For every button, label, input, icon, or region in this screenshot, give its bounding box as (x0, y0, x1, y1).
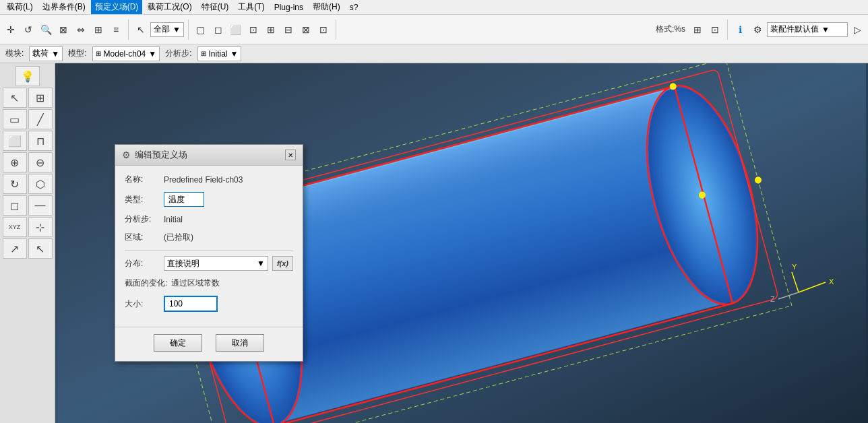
cube6-icon[interactable]: ⊟ (280, 22, 297, 38)
menu-help[interactable]: 帮助(H) (309, 0, 344, 14)
separator4 (727, 20, 728, 40)
distribution-dropdown[interactable]: 直接说明 ▼ (164, 256, 268, 271)
undo-icon[interactable]: ↺ (20, 22, 36, 38)
settings-icon[interactable]: ⚙ (749, 22, 766, 38)
menu-extra[interactable]: s? (346, 1, 363, 13)
cube2-icon[interactable]: ◻ (210, 22, 226, 38)
sidebar-ref-icon[interactable]: ⊹ (28, 217, 53, 237)
model-label: 模型: (68, 48, 86, 59)
sidebar-rect-icon[interactable]: ▭ (3, 109, 27, 129)
fx-button[interactable]: f(x) (272, 256, 293, 271)
sidebar-face-icon[interactable]: ◻ (3, 195, 27, 216)
module-arrow-icon: ▼ (51, 49, 59, 59)
align-icon[interactable]: ≡ (108, 22, 124, 38)
all-dropdown[interactable]: 全部 ▼ (150, 22, 184, 37)
region-value: (已拾取) (164, 232, 193, 243)
sidebar-add-icon[interactable]: ⊕ (3, 152, 27, 172)
menu-feature[interactable]: 特征(U) (197, 0, 233, 14)
main-area: 💡 ↖ ⊞ ▭ ╱ ⬜ ⊓ ⊕ ⊖ ↻ ⬡ ◻ — XYZ ⊹ (0, 63, 868, 423)
expand-icon[interactable]: ▷ (849, 22, 865, 38)
component-label: 装配件默认值 (770, 24, 819, 35)
menu-load-case[interactable]: 载荷工况(O) (144, 0, 195, 14)
format-icon2[interactable]: ⊡ (707, 22, 723, 38)
step-label: 分析步: (165, 48, 191, 59)
sidebar-row-8: XYZ ⊹ (1, 217, 53, 237)
sidebar-node-icon[interactable]: ⬡ (28, 174, 53, 194)
step-row: 分析步: Initial (125, 214, 293, 225)
sidebar-row-9: ↗ ↖ (1, 238, 53, 259)
select-icon[interactable]: ↖ (133, 22, 149, 38)
sidebar-line-icon[interactable]: ╱ (28, 109, 53, 129)
dialog-titlebar: ⚙ 编辑预定义场 ✕ (115, 145, 303, 166)
sidebar-row-4: ⬜ ⊓ (1, 131, 53, 151)
section-row: 截面的变化: 通过区域常数 (125, 278, 293, 289)
section-label: 截面的变化: (125, 278, 167, 289)
size-label: 大小: (125, 298, 160, 310)
dialog-title-icon: ⚙ (122, 150, 131, 160)
name-label: 名称: (125, 174, 160, 185)
component-dropdown[interactable]: 装配件默认值 ▼ (767, 22, 848, 37)
type-input[interactable]: 温度 (164, 192, 204, 207)
info-icon[interactable]: ℹ (732, 22, 748, 38)
type-row: 类型: 温度 (125, 192, 293, 207)
sidebar-row-5: ⊕ ⊖ (1, 152, 53, 172)
cube3-icon[interactable]: ⬜ (228, 22, 244, 38)
format-icon1[interactable]: ⊞ (689, 22, 706, 38)
step-value: Initial (209, 49, 228, 59)
light-icon[interactable]: 💡 (16, 66, 40, 86)
model-arrow-icon: ▼ (148, 49, 156, 59)
separator2 (188, 20, 189, 40)
model-select[interactable]: ⊞ Model-ch04 ▼ (92, 46, 160, 61)
module-value: 载荷 (32, 48, 49, 59)
resize-icon[interactable]: ⇔ (73, 22, 89, 38)
sidebar-edge-icon[interactable]: — (28, 195, 53, 216)
module-select[interactable]: 载荷 ▼ (29, 46, 63, 61)
sidebar-grid-icon[interactable]: ⊞ (28, 88, 53, 108)
dialog-title: ⚙ 编辑预定义场 (122, 149, 187, 161)
sidebar-row-6: ↻ ⬡ (1, 174, 53, 194)
zoom-box-icon[interactable]: ⊠ (55, 22, 71, 38)
type-label: 类型: (125, 194, 160, 205)
module-bar: 模块: 载荷 ▼ 模型: ⊞ Model-ch04 ▼ 分析步: ⊞ Initi… (0, 44, 868, 63)
sidebar-snap-icon[interactable]: ↖ (28, 238, 53, 259)
dialog-separator (125, 250, 293, 251)
sidebar-view-icon[interactable]: ↗ (3, 238, 27, 259)
type-value: 温度 (168, 194, 185, 205)
grid2-icon[interactable]: ⊞ (90, 22, 106, 38)
cancel-button[interactable]: 取消 (216, 334, 264, 352)
size-row: 大小: (125, 296, 293, 312)
separator3 (336, 20, 336, 40)
sidebar-bracket-icon[interactable]: ⊓ (28, 131, 53, 151)
format-label: 格式:%s (653, 24, 688, 35)
left-sidebar: 💡 ↖ ⊞ ▭ ╱ ⬜ ⊓ ⊕ ⊖ ↻ ⬡ ◻ — XYZ ⊹ (0, 63, 55, 423)
cube1-icon[interactable]: ▢ (193, 22, 209, 38)
model-icon: ⊞ (96, 50, 101, 57)
cube7-icon[interactable]: ⊠ (298, 22, 314, 38)
name-row: 名称: Predefined Field-ch03 (125, 174, 293, 185)
sidebar-minus-icon[interactable]: ⊖ (28, 152, 53, 172)
cube4-icon[interactable]: ⊡ (245, 22, 261, 38)
svg-text:Z: Z (770, 295, 775, 303)
section-value: 通过区域常数 (171, 278, 220, 289)
move-icon[interactable]: ✛ (3, 22, 19, 38)
sidebar-panel-icon[interactable]: ⬜ (3, 131, 27, 151)
menu-load[interactable]: 载荷(L) (3, 0, 37, 14)
menu-tools[interactable]: 工具(T) (234, 0, 268, 14)
sidebar-arrow-icon[interactable]: ↖ (3, 88, 27, 108)
menu-predefined[interactable]: 预定义场(D) (91, 0, 143, 14)
step-field-value: Initial (164, 215, 183, 224)
all-label: 全部 (154, 24, 170, 35)
size-input[interactable] (164, 296, 218, 312)
name-value: Predefined Field-ch03 (164, 175, 243, 185)
sidebar-xyz-icon[interactable]: XYZ (3, 217, 27, 237)
step-select[interactable]: ⊞ Initial ▼ (197, 46, 242, 61)
ok-button[interactable]: 确定 (154, 334, 202, 352)
zoom-icon[interactable]: 🔍 (38, 22, 54, 38)
cube8-icon[interactable]: ⊡ (315, 22, 332, 38)
sidebar-rotate-icon[interactable]: ↻ (3, 174, 27, 194)
menu-boundary[interactable]: 边界条件(B) (38, 0, 90, 14)
dropdown-arrow-icon: ▼ (173, 25, 181, 34)
menu-plugins[interactable]: Plug-ins (270, 1, 307, 13)
cube5-icon[interactable]: ⊞ (263, 22, 279, 38)
dialog-close-button[interactable]: ✕ (285, 150, 296, 160)
